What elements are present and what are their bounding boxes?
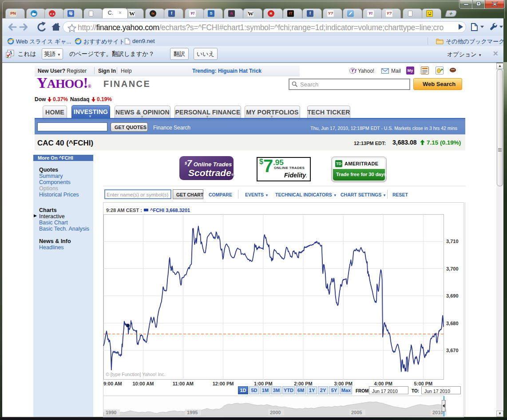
svg-text:2000: 2000: [270, 410, 281, 415]
svg-text:1990: 1990: [106, 410, 116, 415]
svg-text:1995: 1995: [187, 410, 198, 415]
svg-text:2010: 2010: [432, 410, 443, 415]
svg-text:2005: 2005: [351, 410, 362, 415]
